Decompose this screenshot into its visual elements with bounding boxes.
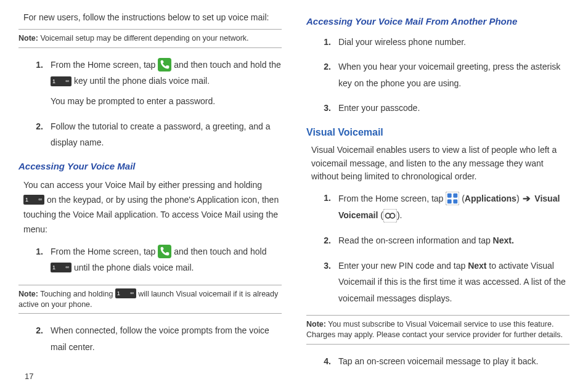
text-frag: (: [378, 210, 383, 220]
access-step-2: 2. When connected, follow the voice prom…: [18, 322, 282, 355]
step-body: Enter your new PIN code and tap Next to …: [338, 258, 570, 307]
heading-visual-voicemail: Visual Voicemail: [306, 125, 570, 140]
arrow-icon: ➔: [523, 193, 531, 203]
step-number: 2.: [306, 59, 338, 75]
step-number: 3.: [306, 258, 338, 274]
note-label: Note:: [306, 320, 326, 329]
text-frag: Enter your new PIN code and tap: [338, 261, 468, 271]
text-frag: You can access your Voice Mail by either…: [23, 180, 262, 190]
key-1-icon: 1: [51, 76, 71, 86]
intro-text: For new users, follow the instructions b…: [18, 11, 282, 24]
text-frag: Read the on-screen information and tap: [338, 235, 493, 245]
voicemail-icon: [383, 209, 397, 223]
note-text: Voicemail setup may be different dependi…: [38, 34, 249, 43]
step-body: Follow the tutorial to create a password…: [51, 118, 282, 151]
step-body: When connected, follow the voice prompts…: [51, 322, 282, 355]
step-number: 2.: [18, 118, 51, 135]
heading-another-phone: Accessing Your Voice Mail From Another P…: [306, 15, 570, 29]
step-body: When you hear your voicemail greeting, p…: [338, 59, 570, 91]
text-frag: key until the phone dials voice mail.: [74, 76, 210, 86]
step-number: 1.: [18, 57, 51, 73]
step-body: Tap an on-screen voicemail message to pl…: [338, 353, 570, 370]
step-number: 2.: [18, 322, 51, 339]
vv-step-2: 2. Read the on-screen information and ta…: [306, 232, 570, 249]
text-frag: From the Home screen, tap: [51, 247, 158, 256]
step-body: Read the on-screen information and tap N…: [338, 232, 570, 249]
step-number: 1.: [306, 190, 338, 206]
note-label: Note:: [18, 290, 38, 298]
vv-paragraph: Visual Voicemail enables users to view a…: [306, 144, 570, 184]
vv-steps: 1. From the Home screen, tap (Applicatio…: [306, 190, 570, 306]
manual-page: For new users, follow the instructions b…: [0, 0, 588, 392]
apps-icon: [446, 192, 459, 205]
step-body: From the Home screen, tap and then touch…: [51, 57, 282, 110]
heading-accessing-voicemail: Accessing Your Voice Mail: [18, 160, 282, 174]
text-frag: ).: [397, 210, 402, 220]
vv-step-3: 3. Enter your new PIN code and tap Next …: [306, 258, 570, 307]
access-step-1: 1. From the Home screen, tap and then to…: [18, 243, 282, 276]
left-column: For new users, follow the instructions b…: [18, 11, 282, 386]
step-body: From the Home screen, tap and then touch…: [51, 243, 282, 276]
step-number: 3.: [306, 100, 338, 116]
note-visual-launch: Note: Touching and holding 1 will launch…: [18, 285, 282, 314]
step-number: 1.: [18, 243, 51, 260]
another-phone-steps: 1. Dial your wireless phone number. 2. W…: [306, 34, 570, 116]
step-number: 2.: [306, 232, 338, 249]
text-frag: on the keypad, or by using the phone's A…: [23, 195, 279, 234]
vv-step-1: 1. From the Home screen, tap (Applicatio…: [306, 190, 570, 224]
text-frag: and then touch and hold the: [174, 60, 281, 70]
step-number: 1.: [306, 34, 338, 51]
access-steps-2: 2. When connected, follow the voice prom…: [18, 322, 282, 355]
setup-steps: 1. From the Home screen, tap and then to…: [18, 57, 282, 151]
right-column: Accessing Your Voice Mail From Another P…: [306, 11, 570, 386]
step-number: 4.: [306, 353, 338, 370]
next-label: Next: [468, 261, 486, 271]
setup-step-2: 2. Follow the tutorial to create a passw…: [18, 118, 282, 151]
text-frag: From the Home screen, tap: [51, 60, 158, 70]
phone-icon: [158, 245, 171, 258]
another-step-1: 1. Dial your wireless phone number.: [306, 34, 570, 51]
access-steps: 1. From the Home screen, tap and then to…: [18, 243, 282, 276]
step-body: Enter your passcode.: [338, 100, 570, 116]
vv-steps-4: 4. Tap an on-screen voicemail message to…: [306, 353, 570, 370]
note-text: Touching and holding: [38, 290, 115, 298]
access-paragraph: You can access your Voice Mail by either…: [18, 178, 282, 237]
note-subscribe: Note: You must subscribe to Visual Voice…: [306, 315, 570, 345]
text-frag: From the Home screen, tap: [338, 194, 446, 203]
page-number: 17: [25, 370, 33, 383]
text-frag: and then touch and hold: [174, 247, 266, 256]
note-network: Note: Voicemail setup may be different d…: [18, 29, 282, 48]
key-1-icon: 1: [115, 288, 136, 298]
key-1-icon: 1: [23, 195, 44, 205]
key-1-icon: 1: [51, 263, 71, 272]
applications-label: Applications: [465, 194, 517, 203]
step-body: Dial your wireless phone number.: [338, 34, 570, 51]
setup-step-1: 1. From the Home screen, tap and then to…: [18, 57, 282, 110]
next-label: Next.: [493, 235, 514, 245]
text-frag: ): [517, 194, 522, 203]
phone-icon: [158, 58, 171, 71]
text-frag: until the phone dials voice mail.: [74, 263, 194, 272]
vv-step-4: 4. Tap an on-screen voicemail message to…: [306, 353, 570, 370]
another-step-2: 2. When you hear your voicemail greeting…: [306, 59, 570, 91]
step-body: From the Home screen, tap (Applications)…: [338, 190, 570, 224]
step-subtext: You may be prompted to enter a password.: [51, 93, 282, 110]
note-text: You must subscribe to Visual Voicemail s…: [306, 320, 563, 339]
note-label: Note:: [18, 34, 38, 43]
another-step-3: 3. Enter your passcode.: [306, 100, 570, 116]
